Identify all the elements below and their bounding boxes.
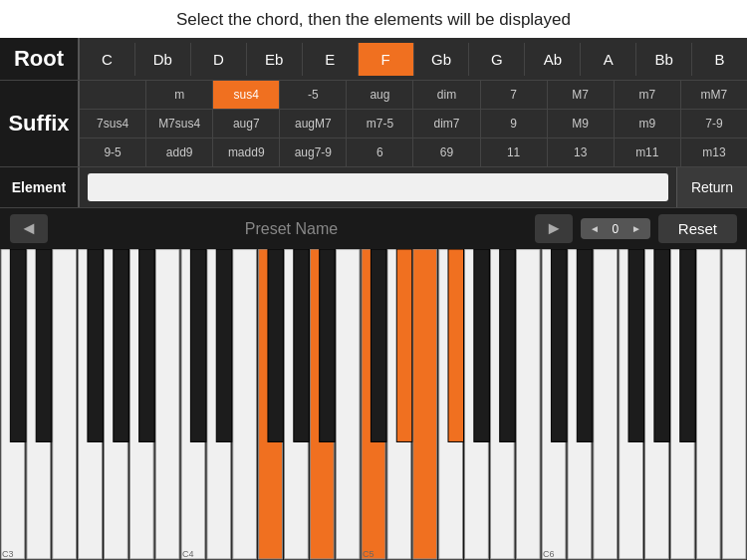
root-note-b[interactable]: B: [692, 43, 747, 76]
suffix-cell-7sus4[interactable]: 7sus4: [80, 110, 146, 138]
suffix-cell-m[interactable]: m: [146, 81, 213, 109]
preset-next-button[interactable]: ►: [535, 214, 573, 243]
suffix-cell-m9[interactable]: M9: [548, 110, 615, 138]
root-row: Root CDbDEbEFGbGAbABbB: [0, 38, 747, 81]
suffix-cell-79[interactable]: 7-9: [681, 110, 747, 138]
suffix-cell-m13[interactable]: m13: [681, 139, 747, 166]
suffix-row-0: msus4-5augdim7M7m7mM7: [80, 81, 747, 110]
suffix-cell-m11[interactable]: m11: [615, 139, 681, 166]
suffix-cell-dim7[interactable]: dim7: [413, 110, 480, 138]
preset-name: Preset Name: [56, 220, 527, 238]
suffix-cell-13[interactable]: 13: [548, 139, 615, 166]
root-note-c[interactable]: C: [80, 43, 135, 76]
piano-wrapper: [0, 249, 747, 560]
counter-increment-button[interactable]: ►: [627, 221, 645, 236]
suffix-cell-6[interactable]: 6: [347, 139, 413, 166]
root-note-db[interactable]: Db: [135, 43, 191, 76]
preset-row: ◄ Preset Name ► ◄ 0 ► Reset: [0, 208, 747, 249]
suffix-cell-add9[interactable]: add9: [146, 139, 213, 166]
suffix-row-2: 9-5add9madd9aug7-96691113m11m13: [80, 139, 747, 166]
suffix-cell-5[interactable]: -5: [280, 81, 347, 109]
suffix-cell-95[interactable]: 9-5: [80, 139, 146, 166]
root-note-d[interactable]: D: [191, 43, 247, 76]
counter-value: 0: [606, 222, 625, 236]
suffix-cell-9[interactable]: 9: [481, 110, 548, 138]
suffix-cell-7[interactable]: 7: [481, 81, 548, 109]
chord-panel: Root CDbDEbEFGbGAbABbB Suffix msus4-5aug…: [0, 38, 747, 167]
element-display: [88, 173, 668, 201]
suffix-row-1: 7sus4M7sus4aug7augM7m7-5dim79M9m97-9: [80, 110, 747, 139]
root-note-ab[interactable]: Ab: [525, 43, 581, 76]
root-note-e[interactable]: E: [303, 43, 359, 76]
element-row: Element Return: [0, 167, 747, 208]
root-note-a[interactable]: A: [581, 43, 636, 76]
suffix-cell-madd9[interactable]: madd9: [213, 139, 280, 166]
suffix-cell-mm7[interactable]: mM7: [681, 81, 747, 109]
root-notes: CDbDEbEFGbGAbABbB: [80, 43, 747, 76]
suffix-cell-m75[interactable]: m7-5: [347, 110, 413, 138]
suffix-cell-dim[interactable]: dim: [413, 81, 480, 109]
suffix-section: Suffix msus4-5augdim7M7m7mM77sus4M7sus4a…: [0, 81, 747, 167]
suffix-cell-m9[interactable]: m9: [615, 110, 681, 138]
suffix-cell-aug[interactable]: aug: [347, 81, 413, 109]
suffix-cell-m7[interactable]: M7: [548, 81, 615, 109]
suffix-cell-aug7[interactable]: aug7: [213, 110, 280, 138]
title-bar: Select the chord, then the elements will…: [0, 0, 747, 38]
root-note-g[interactable]: G: [469, 43, 525, 76]
root-note-gb[interactable]: Gb: [414, 43, 470, 76]
suffix-label: Suffix: [0, 81, 80, 166]
element-label: Element: [0, 167, 80, 207]
counter-decrement-button[interactable]: ◄: [586, 221, 604, 236]
suffix-cell-m7[interactable]: m7: [615, 81, 681, 109]
root-note-bb[interactable]: Bb: [636, 43, 692, 76]
preset-prev-button[interactable]: ◄: [10, 214, 48, 243]
piano-canvas[interactable]: [0, 249, 747, 560]
reset-button[interactable]: Reset: [658, 214, 737, 243]
root-label: Root: [0, 38, 80, 80]
suffix-cell-69[interactable]: 69: [413, 139, 480, 166]
root-note-eb[interactable]: Eb: [247, 43, 303, 76]
suffix-cell-sus4[interactable]: sus4: [213, 81, 280, 109]
counter-box: ◄ 0 ►: [581, 218, 650, 239]
suffix-cell-augm7[interactable]: augM7: [280, 110, 347, 138]
root-note-f[interactable]: F: [359, 43, 414, 76]
suffix-cell-empty-0-0: [80, 81, 146, 109]
suffix-cell-11[interactable]: 11: [481, 139, 548, 166]
return-button[interactable]: Return: [676, 167, 747, 207]
title-text: Select the chord, then the elements will…: [176, 10, 571, 29]
suffix-cell-m7sus4[interactable]: M7sus4: [146, 110, 213, 138]
suffix-cell-aug79[interactable]: aug7-9: [280, 139, 347, 166]
suffix-grid: msus4-5augdim7M7m7mM77sus4M7sus4aug7augM…: [80, 81, 747, 166]
